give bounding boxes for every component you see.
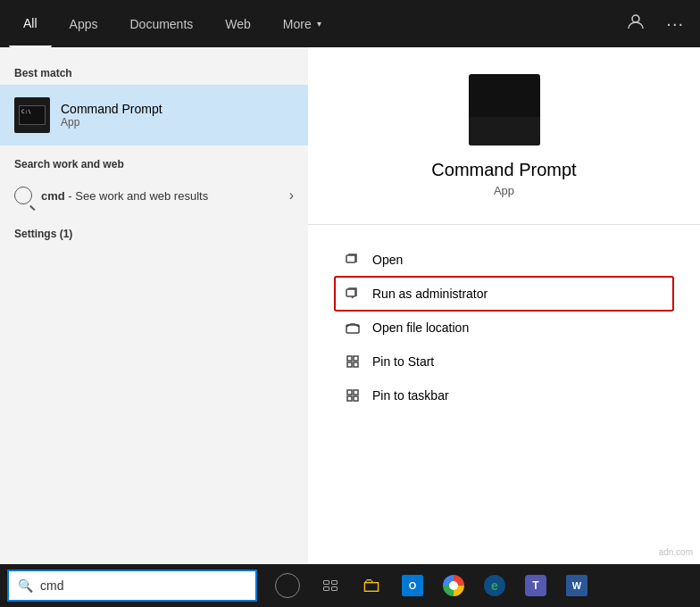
- command-prompt-result[interactable]: Command Prompt App: [0, 85, 308, 146]
- search-icon: [14, 187, 32, 204]
- admin-icon: [344, 285, 362, 303]
- right-panel: Command Prompt App Open: [308, 47, 700, 564]
- taskview-icon: [323, 580, 338, 591]
- location-icon: [344, 319, 362, 337]
- svg-rect-1: [346, 255, 355, 262]
- action-open-label: Open: [372, 253, 403, 267]
- app-detail: Command Prompt App: [308, 47, 700, 215]
- cmd-icon: [14, 97, 50, 133]
- search-web-section: Search work and web cmd - See work and w…: [0, 153, 308, 215]
- chrome-button[interactable]: [434, 564, 473, 607]
- nav-tab-more[interactable]: More ▾: [269, 0, 336, 47]
- svg-rect-6: [347, 362, 352, 367]
- taskbar-search-icon: 🔍: [18, 578, 33, 593]
- action-pin-taskbar-label: Pin to taskbar: [372, 388, 449, 403]
- chrome-icon: [443, 575, 464, 596]
- action-list: Open Run as administrator: [308, 234, 700, 421]
- folder-icon: 🗀: [362, 574, 381, 597]
- watermark: adn.com: [659, 547, 693, 557]
- edge-button[interactable]: e: [475, 564, 514, 607]
- pin-start-icon: [344, 353, 362, 370]
- start-circle: [275, 573, 300, 598]
- taskbar-search-text: cmd: [40, 578, 63, 593]
- action-location-label: Open file location: [372, 320, 469, 335]
- nav-tab-web[interactable]: Web: [211, 0, 265, 47]
- top-nav: All Apps Documents Web More ▾ ···: [0, 0, 700, 47]
- outlook-button[interactable]: O: [393, 564, 432, 607]
- result-type: App: [61, 116, 162, 129]
- start-button[interactable]: [266, 564, 309, 607]
- svg-point-0: [632, 15, 639, 22]
- svg-rect-2: [346, 289, 355, 296]
- divider: [308, 224, 700, 225]
- cmd-icon-inner: [19, 105, 46, 125]
- nav-right-icons: ···: [620, 9, 691, 38]
- outlook-icon: O: [402, 575, 423, 596]
- main-content: Best match Command Prompt App Search wor…: [0, 47, 700, 564]
- svg-rect-10: [347, 396, 352, 401]
- action-open[interactable]: Open: [335, 243, 673, 277]
- app-detail-type: App: [494, 184, 514, 197]
- file-explorer-button[interactable]: 🗀: [352, 564, 391, 607]
- action-pin-taskbar[interactable]: Pin to taskbar: [335, 378, 673, 412]
- taskbar-search[interactable]: 🔍 cmd: [7, 570, 257, 602]
- action-open-location[interactable]: Open file location: [335, 311, 673, 345]
- word-icon: W: [566, 575, 588, 596]
- svg-rect-11: [354, 396, 358, 401]
- open-icon: [344, 251, 362, 269]
- taskbar-icons: 🗀 O e T W: [266, 564, 596, 607]
- arrow-right-icon: ›: [289, 187, 294, 204]
- nav-tab-documents[interactable]: Documents: [115, 0, 207, 47]
- action-run-admin[interactable]: Run as administrator: [335, 277, 673, 311]
- search-web-label: Search work and web: [0, 153, 308, 176]
- teams-icon: T: [525, 575, 546, 596]
- action-admin-label: Run as administrator: [372, 287, 488, 301]
- app-detail-icon: [469, 74, 540, 146]
- word-button[interactable]: W: [557, 564, 596, 607]
- action-pin-start-label: Pin to Start: [372, 354, 434, 369]
- nav-tab-apps[interactable]: Apps: [55, 0, 112, 47]
- result-name: Command Prompt: [61, 102, 162, 116]
- settings-section: Settings (1): [0, 222, 308, 245]
- taskbar: 🔍 cmd 🗀 O: [0, 564, 700, 607]
- best-match-label: Best match: [0, 62, 308, 85]
- app-detail-name: Command Prompt: [431, 160, 576, 180]
- svg-rect-4: [347, 356, 352, 361]
- task-view-button[interactable]: [311, 564, 350, 607]
- web-search-text: cmd - See work and web results: [41, 189, 208, 203]
- person-icon[interactable]: [620, 9, 652, 38]
- pin-taskbar-icon: [344, 387, 362, 404]
- nav-tab-all[interactable]: All: [9, 0, 52, 47]
- left-panel: Best match Command Prompt App Search wor…: [0, 47, 308, 564]
- chevron-down-icon: ▾: [317, 19, 321, 29]
- ellipsis-icon[interactable]: ···: [659, 10, 691, 37]
- svg-rect-5: [354, 356, 358, 361]
- svg-rect-8: [347, 390, 352, 395]
- web-search-item[interactable]: cmd - See work and web results ›: [0, 176, 308, 215]
- svg-rect-9: [354, 390, 358, 395]
- svg-rect-7: [354, 362, 358, 367]
- settings-label: Settings (1): [0, 222, 308, 245]
- edge-icon: e: [484, 575, 505, 596]
- result-text: Command Prompt App: [61, 102, 162, 129]
- teams-button[interactable]: T: [516, 564, 555, 607]
- action-pin-start[interactable]: Pin to Start: [335, 345, 673, 378]
